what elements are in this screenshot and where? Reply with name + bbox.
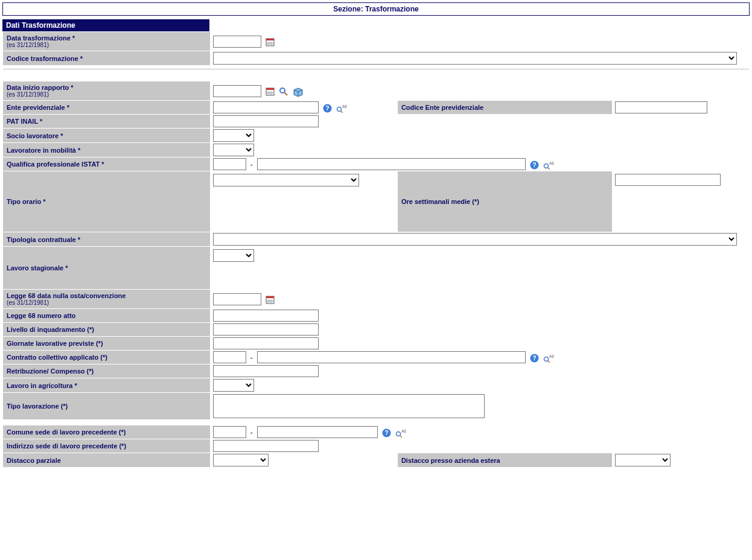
input-tipo-lavorazione[interactable]	[213, 394, 485, 418]
calendar-icon[interactable]	[266, 37, 275, 46]
input-ore-settimanali[interactable]	[615, 174, 721, 186]
label-ente-previdenziale: Ente previdenziale *	[3, 101, 210, 114]
input-contratto-desc[interactable]	[257, 351, 526, 363]
label-distacco-parziale: Distacco parziale	[3, 453, 210, 467]
svg-point-27	[544, 164, 548, 168]
input-data-trasformazione[interactable]	[213, 36, 261, 48]
separator-dash: -	[250, 354, 253, 361]
input-legge68-data[interactable]	[213, 293, 261, 305]
help-icon[interactable]: ?	[530, 354, 539, 363]
input-livello[interactable]	[213, 323, 319, 336]
label-legge68-numero: Legge 68 numero atto	[3, 309, 210, 322]
label-data-inizio: Data inizio rapporto * (es 31/12/1981)	[3, 81, 210, 100]
help-icon[interactable]: ?	[382, 428, 391, 438]
input-data-inizio[interactable]	[213, 85, 261, 97]
label-mobilita: Lavoratore in mobilità *	[3, 143, 210, 157]
select-mobilita[interactable]	[213, 144, 254, 156]
input-legge68-numero[interactable]	[213, 310, 319, 322]
search-icon[interactable]	[279, 87, 288, 97]
abc-search-icon[interactable]: ABC	[395, 428, 406, 438]
select-lavoro-stagionale[interactable]	[213, 249, 254, 262]
input-retribuzione[interactable]	[213, 365, 319, 377]
label-legge68-data: Legge 68 data nulla osta/convenzione (es…	[3, 290, 210, 308]
abc-search-icon[interactable]: ABC	[336, 104, 347, 113]
select-tipo-orario[interactable]	[213, 174, 359, 186]
abc-search-icon[interactable]: ABC	[543, 354, 554, 363]
separator-dash: -	[250, 428, 253, 436]
svg-text:?: ?	[384, 430, 388, 436]
help-icon[interactable]: ?	[323, 104, 332, 113]
label-socio: Socio lavoratore *	[3, 129, 210, 142]
svg-text:?: ?	[532, 162, 536, 168]
svg-point-39	[544, 357, 548, 361]
svg-text:?: ?	[326, 105, 330, 112]
label-contratto-collettivo: Contratto collettivo applicato (*)	[3, 351, 210, 364]
svg-line-28	[547, 167, 550, 170]
label-codice-ente: Codice Ente previdenziale	[398, 101, 612, 114]
label-livello: Livello di inquadramento (*)	[3, 323, 210, 336]
label-pat-inail: PAT INAIL *	[3, 115, 210, 128]
input-ente-previdenziale[interactable]	[213, 101, 319, 113]
svg-line-15	[284, 92, 287, 95]
label-indirizzo-sede: Indirizzo sede di lavoro precedente (*)	[3, 439, 210, 453]
separator-dash: -	[250, 161, 253, 168]
svg-line-23	[341, 110, 343, 113]
input-qualifica-desc[interactable]	[257, 158, 526, 170]
label-tipo-lavorazione: Tipo lavorazione (*)	[3, 393, 210, 419]
svg-text:ABC: ABC	[549, 354, 554, 358]
calendar-icon[interactable]	[266, 87, 275, 96]
label-lavoro-agricoltura: Lavoro in agricoltura *	[3, 378, 210, 392]
input-indirizzo-sede[interactable]	[213, 440, 319, 452]
svg-rect-8	[266, 88, 274, 90]
label-qualifica: Qualifica professionale ISTAT *	[3, 158, 210, 171]
label-distacco-estera: Distacco presso azienda estera	[398, 453, 612, 467]
label-lavoro-stagionale: Lavoro stagionale *	[3, 247, 210, 289]
select-distacco-estera[interactable]	[615, 454, 671, 466]
svg-point-44	[396, 431, 400, 436]
input-comune-desc[interactable]	[257, 426, 378, 438]
box-icon[interactable]	[293, 87, 304, 97]
svg-point-14	[280, 88, 285, 93]
svg-text:?: ?	[532, 355, 536, 361]
label-tipo-orario: Tipo orario *	[3, 171, 210, 232]
select-tipologia[interactable]	[213, 233, 737, 246]
input-qualifica-code[interactable]	[213, 158, 246, 170]
svg-point-22	[337, 107, 342, 111]
label-data-trasformazione: Data trasformazione * (es 31/12/1981)	[3, 32, 210, 51]
svg-line-45	[400, 435, 402, 438]
label-retribuzione: Retribuzione/ Compenso (*)	[3, 364, 210, 378]
svg-line-40	[547, 360, 550, 363]
label-giornate: Giornate lavorative previste (*)	[3, 337, 210, 350]
select-socio[interactable]	[213, 129, 254, 142]
section-title: Sezione: Trasformazione	[2, 2, 750, 16]
select-codice-trasformazione[interactable]	[213, 52, 737, 65]
calendar-icon[interactable]	[266, 295, 275, 304]
label-tipologia: Tipologia contrattuale *	[3, 232, 210, 246]
label-codice-trasformazione: Codice trasformazione *	[3, 51, 210, 65]
svg-text:ABC: ABC	[342, 104, 347, 109]
label-ore-settimanali: Ore settimanali medie (*)	[398, 171, 612, 232]
input-contratto-code[interactable]	[213, 351, 246, 363]
svg-rect-1	[266, 39, 274, 40]
label-comune-sede: Comune sede di lavoro precedente (*)	[3, 425, 210, 439]
abc-search-icon[interactable]: ABC	[543, 161, 554, 170]
input-pat-inail[interactable]	[213, 115, 319, 127]
input-codice-ente[interactable]	[615, 101, 707, 113]
select-distacco-parziale[interactable]	[213, 454, 269, 466]
input-comune-code[interactable]	[213, 426, 246, 438]
header-dati-trasformazione: Dati Trasformazione	[2, 19, 209, 31]
help-icon[interactable]: ?	[530, 161, 539, 170]
svg-text:ABC: ABC	[549, 161, 554, 165]
svg-rect-31	[266, 296, 274, 298]
input-giornate[interactable]	[213, 337, 319, 349]
svg-text:ABC: ABC	[401, 429, 406, 433]
select-lavoro-agricoltura[interactable]	[213, 379, 254, 392]
